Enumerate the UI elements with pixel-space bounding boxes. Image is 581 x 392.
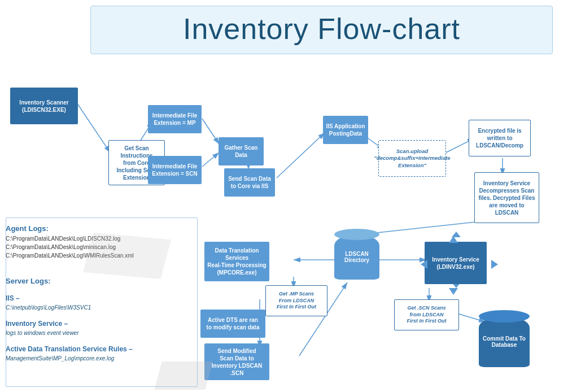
page-title: Inventory Flow-chart [102, 12, 541, 46]
dts-box: Data Translation Services Real-Time Proc… [204, 242, 269, 281]
iis-path: C:\inetpub\logs\LogFiles\W3SVC1 [6, 303, 192, 312]
gather-scan-box: Gather Scan Data [219, 137, 264, 165]
inventory-scanner-box: Inventory Scanner (LDISCN32.EXE) [10, 88, 78, 124]
commit-db-container: Commit Data To Database [479, 316, 530, 367]
active-dts-box: Active DTS are ran to modify scan data [200, 310, 265, 338]
send-scan-iis-box: Send Scan Data to Core via IIS [224, 168, 275, 197]
get-mp-box: Get .MP Scans From LDSCAN First In First… [265, 285, 327, 316]
inv-service-box: Inventory Service (LDINV32.exe) [425, 242, 487, 284]
ldscan-dir-container: LDSCAN Directory [334, 234, 379, 280]
inv-service-desc: logs to windows event viewer [6, 329, 192, 337]
commit-db-box: Commit Data To Database [479, 316, 530, 367]
ldscan-dir-box: LDSCAN Directory [334, 234, 379, 280]
svg-line-5 [202, 119, 219, 144]
inv-service-label: Inventory Service – [6, 319, 192, 329]
send-modified-box: Send Modified Scan Data to Inventory LDS… [204, 343, 269, 380]
agent-logs-title: Agent Logs: [6, 223, 192, 234]
tri-right-inv [491, 260, 498, 269]
title-area: Inventory Flow-chart [90, 6, 553, 54]
server-logs-title: Server Logs: [6, 276, 192, 287]
scan-upload-box: Scan.upload "decomp&suffix=Intermediate … [378, 140, 446, 177]
shadow-2 [83, 233, 171, 279]
encrypted-file-box: Encrypted file is written to LDSCAN/Deco… [469, 120, 531, 156]
intermediate-mp-box: Intermediate File Extension = MP [148, 105, 202, 133]
iis-label: IIS – [6, 293, 192, 303]
active-dts-label: Active Data Translation Service Rules – [6, 344, 192, 354]
svg-line-2 [78, 104, 110, 153]
tri-down-inv [449, 288, 458, 295]
intermediate-scn-box: Intermediate File Extension = SCN [148, 156, 202, 184]
shadow-1 [154, 361, 212, 390]
get-scn-box: Get .SCN Scans from LDSCAN First In Firs… [394, 299, 459, 330]
svg-line-6 [202, 153, 219, 167]
tri-up-inv [449, 236, 458, 243]
tri-left-inv [421, 260, 427, 269]
iis-posting-box: IIS Application PostingData [323, 116, 368, 144]
svg-line-8 [277, 133, 325, 178]
inv-decompress-box: Inventory Service Decompresses Scan file… [474, 172, 539, 223]
